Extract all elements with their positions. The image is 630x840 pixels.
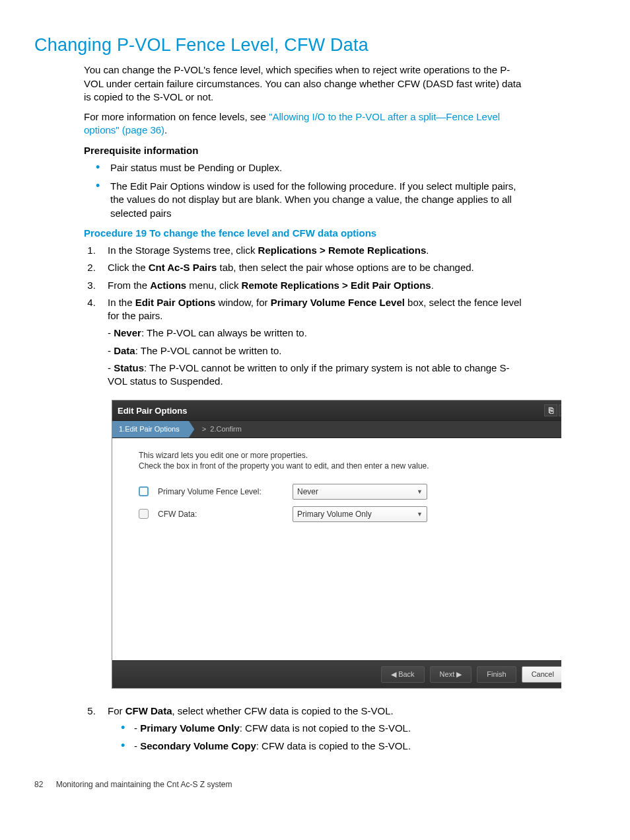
list-item: In the Storage Systems tree, click Repli…: [98, 244, 527, 257]
chevron-down-icon: ▼: [417, 510, 423, 518]
dialog-intro: This wizard lets you edit one or more pr…: [139, 450, 561, 471]
chevron-down-icon: ▼: [417, 488, 423, 496]
edit-pair-options-dialog: Edit Pair Options ⎘ ☐ ✕ 1.Edit Pair Opti…: [112, 400, 561, 689]
form-row-cfw-data: CFW Data: Primary Volume Only ▼: [139, 506, 561, 522]
maximize-icon[interactable]: ☐: [559, 404, 561, 416]
intro-paragraph-2: For more information on fence levels, se…: [84, 110, 527, 137]
wizard-step-1[interactable]: 1.Edit Pair Options: [112, 421, 189, 438]
wizard-step-2[interactable]: > 2.Confirm: [189, 421, 251, 438]
prereq-heading: Prerequisite information: [84, 144, 527, 157]
procedure-list: In the Storage Systems tree, click Repli…: [84, 244, 527, 388]
finish-button[interactable]: Finish: [477, 666, 516, 683]
list-item: - Secondary Volume Copy: CFW data is cop…: [122, 740, 527, 753]
back-button[interactable]: ◀ Back: [381, 666, 425, 683]
intro-paragraph-1: You can change the P-VOL's fence level, …: [84, 63, 527, 104]
filter-icon[interactable]: ⎘: [544, 404, 557, 416]
list-item: The Edit Pair Options window is used for…: [98, 180, 527, 220]
wizard-steps: 1.Edit Pair Options > 2.Confirm: [112, 420, 561, 438]
list-item: Click the Cnt Ac-S Pairs tab, then selec…: [98, 261, 527, 274]
select-cfw-data[interactable]: Primary Volume Only ▼: [293, 506, 427, 522]
prereq-list: Pair status must be Pending or Duplex. T…: [84, 161, 527, 220]
checkbox-fence-level[interactable]: [139, 486, 149, 496]
page-number: 82: [34, 780, 43, 789]
dialog-footer: ◀ Back Next ▶ Finish Cancel ?: [112, 660, 561, 688]
list-item: For CFW Data, select whether CFW data is…: [98, 705, 527, 753]
list-item: - Primary Volume Only: CFW data is not c…: [122, 722, 527, 735]
form-row-fence-level: Primary Volume Fence Level: Never ▼: [139, 484, 561, 500]
intro-p2-lead: For more information on fence levels, se…: [84, 111, 269, 122]
checkbox-cfw-data[interactable]: [139, 509, 149, 519]
select-fence-level[interactable]: Never ▼: [293, 484, 427, 500]
cancel-button[interactable]: Cancel: [522, 666, 561, 683]
list-item: Pair status must be Pending or Duplex.: [98, 161, 527, 174]
procedure-title: Procedure 19 To change the fence level a…: [84, 227, 527, 240]
next-button[interactable]: Next ▶: [430, 666, 472, 683]
intro-p2-tail: .: [164, 124, 167, 135]
procedure-list-continued: For CFW Data, select whether CFW data is…: [84, 705, 527, 753]
dialog-titlebar: Edit Pair Options ⎘ ☐ ✕: [112, 401, 561, 420]
label-cfw-data: CFW Data:: [158, 509, 283, 519]
footer-text: Monitoring and maintaining the Cnt Ac-S …: [56, 780, 232, 789]
page-title: Changing P-VOL Fence Level, CFW Data: [34, 33, 527, 57]
page-footer: 82 Monitoring and maintaining the Cnt Ac…: [34, 779, 527, 790]
dialog-title-text: Edit Pair Options: [118, 405, 187, 417]
label-fence-level: Primary Volume Fence Level:: [158, 486, 283, 497]
list-item: From the Actions menu, click Remote Repl…: [98, 279, 527, 292]
list-item: In the Edit Pair Options window, for Pri…: [98, 296, 527, 389]
